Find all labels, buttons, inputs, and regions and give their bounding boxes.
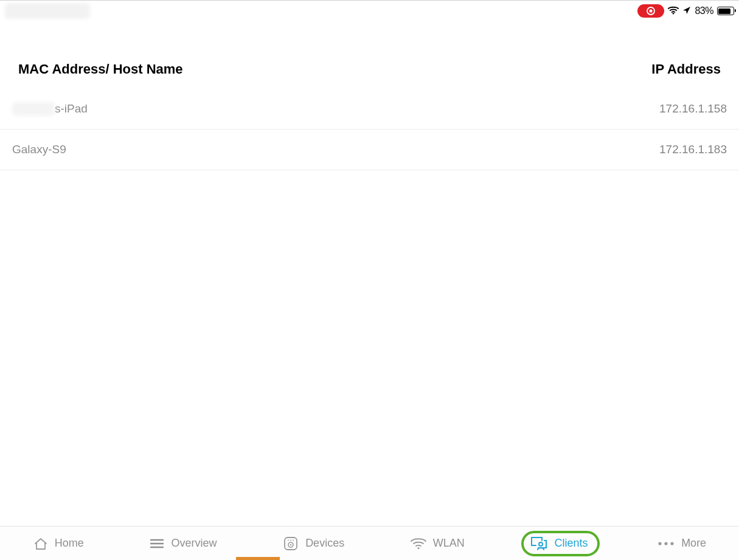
- location-icon: [682, 6, 691, 16]
- tab-label: Home: [55, 537, 84, 550]
- battery-percent: 83%: [695, 5, 713, 16]
- client-hostname: Galaxy-S9: [12, 143, 66, 156]
- tab-clients[interactable]: Clients: [530, 536, 588, 551]
- tab-devices[interactable]: Devices: [274, 531, 353, 556]
- tab-label: More: [681, 537, 706, 550]
- carrier-time-blurred: [5, 3, 90, 19]
- home-icon: [33, 536, 49, 551]
- tab-label: Overview: [171, 537, 217, 550]
- tab-home[interactable]: Home: [24, 532, 92, 555]
- client-ip: 172.16.1.158: [659, 102, 727, 116]
- svg-point-8: [290, 544, 292, 545]
- svg-point-2: [673, 13, 675, 15]
- tab-label: Clients: [554, 537, 588, 550]
- svg-rect-6: [285, 538, 297, 550]
- hostname-blurred-prefix: [12, 102, 55, 116]
- client-hostname: s-iPad: [55, 102, 88, 116]
- client-row[interactable]: s-iPad 172.16.1.158: [0, 89, 739, 130]
- screen-recording-indicator: [637, 4, 664, 18]
- clients-icon: [530, 536, 548, 551]
- bottom-accent-strip: [236, 557, 280, 560]
- more-dots-icon: [657, 541, 675, 547]
- svg-point-12: [417, 547, 419, 548]
- wifi-icon: [410, 537, 427, 550]
- svg-point-10: [290, 539, 291, 541]
- tab-overview[interactable]: Overview: [141, 532, 225, 555]
- tab-label: WLAN: [433, 537, 465, 550]
- svg-point-16: [671, 542, 674, 545]
- client-ip: 172.16.1.183: [659, 143, 727, 156]
- svg-point-13: [539, 542, 543, 546]
- column-header-mac-host: MAC Address/ Host Name: [18, 61, 183, 77]
- wifi-icon: [668, 6, 679, 16]
- svg-point-11: [293, 539, 294, 541]
- menu-lines-icon: [149, 536, 165, 551]
- tab-label: Devices: [305, 537, 344, 550]
- device-icon: [282, 535, 299, 552]
- client-list: s-iPad 172.16.1.158 Galaxy-S9 172.16.1.1…: [0, 89, 739, 170]
- tab-clients-highlight: Clients: [521, 531, 600, 556]
- table-header: MAC Address/ Host Name IP Address: [0, 61, 739, 88]
- svg-point-14: [659, 542, 662, 545]
- svg-point-15: [665, 542, 668, 545]
- bottom-tab-bar: Home Overview Devices: [0, 526, 739, 560]
- client-row[interactable]: Galaxy-S9 172.16.1.183: [0, 130, 739, 170]
- svg-point-9: [288, 539, 289, 541]
- column-header-ip: IP Address: [651, 61, 721, 77]
- battery-icon: [717, 7, 734, 15]
- tab-more[interactable]: More: [648, 533, 715, 553]
- tab-wlan[interactable]: WLAN: [401, 533, 473, 554]
- svg-point-1: [650, 9, 653, 12]
- status-bar: 83%: [637, 4, 734, 18]
